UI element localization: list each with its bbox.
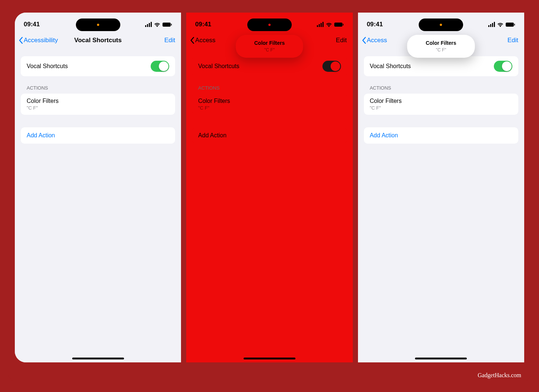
- vocal-shortcuts-toggle[interactable]: [494, 61, 512, 72]
- back-button[interactable]: Access: [190, 37, 215, 44]
- signal-icon: [317, 22, 324, 27]
- toggle-label: Vocal Shortcuts: [198, 63, 239, 70]
- actions-section-header: Actions: [21, 76, 175, 94]
- island-indicator-dot: [440, 24, 442, 26]
- back-button[interactable]: Access: [362, 37, 387, 44]
- action-title: Color Filters: [27, 98, 169, 104]
- vocal-shortcuts-toggle-row: Vocal Shortcuts: [192, 56, 346, 76]
- toggle-label: Vocal Shortcuts: [27, 63, 68, 70]
- toggle-knob: [331, 61, 340, 71]
- chevron-back-icon: [190, 37, 194, 44]
- action-row-color-filters[interactable]: Color Filters "C F": [21, 94, 175, 115]
- nav-bar: Accessibility Vocal Shortcuts Edit: [15, 33, 181, 49]
- svg-rect-3: [343, 24, 344, 26]
- dynamic-island: [76, 19, 120, 31]
- dynamic-island: [419, 19, 463, 31]
- actions-section-header: Actions: [192, 76, 346, 94]
- toggle-knob: [159, 61, 168, 71]
- battery-icon: [506, 22, 515, 27]
- svg-rect-2: [334, 23, 342, 27]
- vocal-shortcuts-toggle[interactable]: [322, 61, 341, 72]
- color-filters-popover: Color Filters "C F": [236, 35, 303, 58]
- island-indicator-dot: [268, 24, 271, 26]
- action-title: Color Filters: [198, 98, 341, 104]
- dynamic-island: [247, 19, 292, 31]
- edit-button[interactable]: Edit: [336, 37, 346, 44]
- popover-title: Color Filters: [254, 40, 285, 46]
- attribution-text: GadgetHacks.com: [478, 372, 521, 379]
- wifi-icon: [154, 22, 160, 27]
- chevron-back-icon: [19, 37, 23, 44]
- vocal-shortcuts-toggle[interactable]: [151, 61, 169, 72]
- phone-screen-1: 09:41 Accessibility Vocal Shortcuts Edit: [15, 13, 181, 362]
- phone-screen-2: 09:41 Color Filters "C F" Access: [186, 13, 352, 362]
- back-label: Access: [195, 37, 215, 44]
- page-title: Vocal Shortcuts: [74, 37, 122, 44]
- status-time: 09:41: [195, 21, 211, 28]
- popover-subtitle: "C F": [426, 47, 456, 53]
- signal-icon: [488, 22, 495, 27]
- popover-title: Color Filters: [426, 40, 456, 46]
- action-subtitle: "C F": [370, 105, 512, 111]
- edit-button[interactable]: Edit: [164, 37, 175, 44]
- wifi-icon: [326, 22, 332, 27]
- status-time: 09:41: [24, 21, 40, 28]
- add-action-button[interactable]: Add Action: [21, 127, 175, 144]
- home-indicator[interactable]: [72, 358, 124, 359]
- add-action-button[interactable]: Add Action: [192, 127, 346, 144]
- vocal-shortcuts-toggle-row: Vocal Shortcuts: [364, 56, 518, 76]
- signal-icon: [145, 22, 152, 27]
- back-button[interactable]: Accessibility: [19, 37, 58, 44]
- svg-rect-4: [506, 23, 514, 27]
- island-indicator-dot: [97, 24, 99, 26]
- action-subtitle: "C F": [27, 105, 169, 111]
- back-label: Accessibility: [24, 37, 58, 44]
- battery-icon: [334, 22, 344, 27]
- add-action-button[interactable]: Add Action: [364, 127, 518, 144]
- action-subtitle: "C F": [198, 105, 341, 111]
- action-row-color-filters[interactable]: Color Filters "C F": [192, 94, 346, 115]
- toggle-knob: [502, 61, 512, 71]
- action-title: Color Filters: [370, 98, 512, 104]
- toggle-label: Vocal Shortcuts: [370, 63, 411, 70]
- vocal-shortcuts-toggle-row: Vocal Shortcuts: [21, 56, 175, 76]
- actions-section-header: Actions: [364, 76, 518, 94]
- battery-icon: [163, 22, 172, 27]
- wifi-icon: [497, 22, 503, 27]
- chevron-back-icon: [362, 37, 366, 44]
- home-indicator[interactable]: [415, 358, 467, 359]
- add-action-text: Add Action: [27, 132, 169, 139]
- action-row-color-filters[interactable]: Color Filters "C F": [364, 94, 518, 115]
- back-label: Access: [367, 37, 387, 44]
- popover-subtitle: "C F": [254, 47, 285, 53]
- svg-rect-0: [163, 23, 171, 27]
- add-action-text: Add Action: [198, 132, 341, 139]
- status-time: 09:41: [367, 21, 383, 28]
- edit-button[interactable]: Edit: [508, 37, 518, 44]
- add-action-text: Add Action: [370, 132, 512, 139]
- color-filters-popover: Color Filters "C F": [407, 35, 475, 58]
- home-indicator[interactable]: [244, 358, 295, 359]
- svg-rect-5: [514, 24, 515, 26]
- phone-screen-3: 09:41 Color Filters "C F" Access: [358, 13, 524, 362]
- svg-rect-1: [171, 24, 172, 26]
